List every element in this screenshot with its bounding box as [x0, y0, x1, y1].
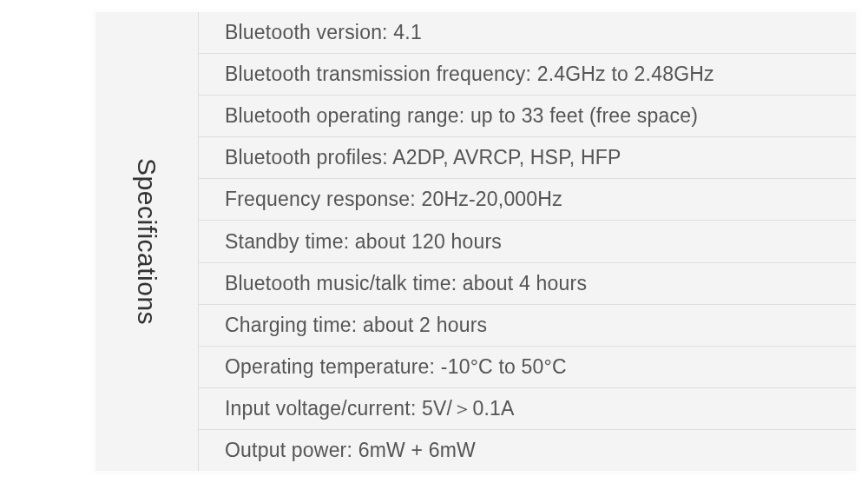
spec-row: Charging time: about 2 hours	[199, 305, 856, 347]
spec-row: Output power: 6mW + 6mW	[199, 430, 856, 471]
spec-row: Frequency response: 20Hz-20,000Hz	[199, 179, 856, 221]
spec-row: Input voltage/current: 5V/＞0.1A	[199, 388, 856, 430]
spec-title: Specifications	[132, 158, 161, 325]
spec-row: Standby time: about 120 hours	[199, 221, 856, 262]
spec-row: Bluetooth transmission frequency: 2.4GHz…	[199, 54, 856, 96]
spec-row: Bluetooth profiles: A2DP, AVRCP, HSP, HF…	[199, 137, 856, 179]
specifications-card: Specifications Bluetooth version: 4.1 Bl…	[95, 12, 856, 471]
spec-rows: Bluetooth version: 4.1 Bluetooth transmi…	[199, 12, 856, 471]
spec-row: Bluetooth music/talk time: about 4 hours	[199, 263, 856, 305]
spec-row: Bluetooth operating range: up to 33 feet…	[199, 96, 856, 137]
spec-row: Operating temperature: -10°C to 50°C	[199, 347, 856, 388]
spec-row: Bluetooth version: 4.1	[199, 12, 856, 54]
spec-title-column: Specifications	[95, 12, 199, 471]
